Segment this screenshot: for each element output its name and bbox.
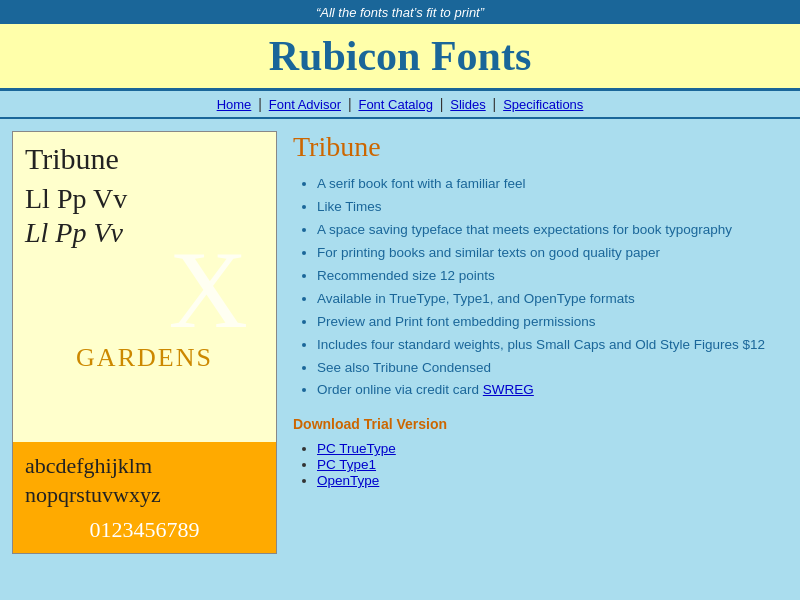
header-bar: “All the fonts that’s fit to print”	[0, 0, 800, 24]
download-label: Download Trial Version	[293, 416, 788, 432]
preview-font-name: Tribune	[25, 142, 264, 176]
preview-sample-roman: Ll Pp Vv	[25, 182, 264, 216]
feature-4: For printing books and similar texts on …	[317, 242, 788, 265]
tagline: “All the fonts that’s fit to print”	[316, 5, 484, 20]
download-list: PC TrueType PC Type1 OpenType	[293, 440, 788, 488]
nav-specifications[interactable]: Specifications	[503, 97, 583, 112]
download-pc-truetype-link[interactable]: PC TrueType	[317, 441, 396, 456]
download-pc-truetype: PC TrueType	[317, 440, 788, 456]
nav-sep-2: |	[348, 96, 356, 112]
nav-sep-3: |	[440, 96, 448, 112]
nav-sep-4: |	[493, 96, 501, 112]
content-area: Tribune Ll Pp Vv Ll Pp Vv X GARDENS abcd…	[0, 119, 800, 566]
feature-1: A serif book font with a familiar feel	[317, 173, 788, 196]
feature-8: Includes four standard weights, plus Sma…	[317, 334, 788, 357]
download-pc-type1-link[interactable]: PC Type1	[317, 457, 376, 472]
site-title: Rubicon Fonts	[269, 33, 532, 79]
feature-3: A space saving typeface that meets expec…	[317, 219, 788, 242]
feature-10: Order online via credit card SWREG	[317, 379, 788, 402]
font-info: Tribune A serif book font with a familia…	[293, 131, 788, 488]
preview-lowercase-line1: abcdefghijklm	[25, 452, 264, 481]
preview-bottom: abcdefghijklm nopqrstuvwxyz 0123456789	[13, 442, 276, 553]
nav-bar: Home | Font Advisor | Font Catalog | Sli…	[0, 91, 800, 119]
title-bar: Rubicon Fonts	[0, 24, 800, 88]
nav-font-advisor[interactable]: Font Advisor	[269, 97, 341, 112]
feature-5: Recommended size 12 points	[317, 265, 788, 288]
feature-6: Available in TrueType, Type1, and OpenTy…	[317, 288, 788, 311]
feature-7: Preview and Print font embedding permiss…	[317, 311, 788, 334]
swreg-link[interactable]: SWREG	[483, 382, 534, 397]
features-list: A serif book font with a familiar feel L…	[293, 173, 788, 402]
download-pc-type1: PC Type1	[317, 456, 788, 472]
download-opentype-link[interactable]: OpenType	[317, 473, 379, 488]
nav-home[interactable]: Home	[217, 97, 252, 112]
font-heading: Tribune	[293, 131, 788, 163]
preview-lowercase: abcdefghijklm nopqrstuvwxyz	[25, 452, 264, 509]
preview-digits: 0123456789	[25, 517, 264, 543]
nav-font-catalog[interactable]: Font Catalog	[358, 97, 432, 112]
font-preview: Tribune Ll Pp Vv Ll Pp Vv X GARDENS abcd…	[12, 131, 277, 554]
preview-x-letter: X	[169, 235, 248, 345]
feature-9: See also Tribune Condensed	[317, 357, 788, 380]
preview-x-container: X	[25, 255, 264, 335]
feature-2: Like Times	[317, 196, 788, 219]
preview-lowercase-line2: nopqrstuvwxyz	[25, 481, 264, 510]
download-opentype: OpenType	[317, 472, 788, 488]
preview-top: Tribune Ll Pp Vv Ll Pp Vv X GARDENS	[13, 132, 276, 442]
nav-sep-1: |	[258, 96, 266, 112]
nav-slides[interactable]: Slides	[450, 97, 485, 112]
